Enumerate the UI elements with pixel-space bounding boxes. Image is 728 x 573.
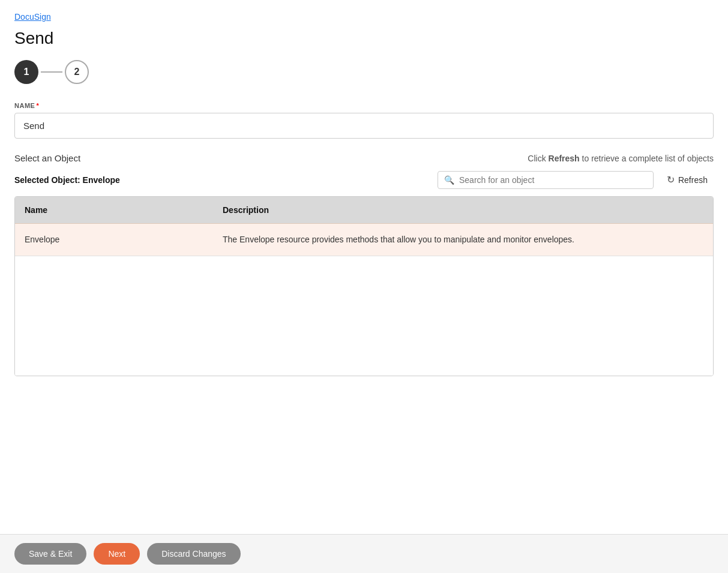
step-2-circle: 2 — [65, 60, 89, 84]
select-object-title: Select an Object — [14, 153, 80, 163]
name-input[interactable] — [14, 113, 714, 139]
row-name: Envelope — [15, 224, 213, 256]
steps-container: 1 2 — [14, 60, 714, 84]
breadcrumb[interactable]: DocuSign — [14, 12, 714, 22]
refresh-icon: ↻ — [667, 174, 675, 185]
footer-bar: Save & Exit Next Discard Changes — [0, 534, 728, 573]
refresh-hint: Click Refresh to retrieve a complete lis… — [528, 154, 714, 163]
breadcrumb-link[interactable]: DocuSign — [14, 12, 51, 22]
search-input[interactable] — [459, 175, 647, 185]
name-label: NAME* — [14, 102, 714, 109]
step-connector — [41, 71, 62, 73]
discard-changes-button[interactable]: Discard Changes — [147, 543, 240, 565]
page-title: Send — [14, 29, 714, 48]
table-row[interactable]: Envelope The Envelope resource provides … — [15, 223, 713, 256]
name-field-section: NAME* — [14, 102, 714, 139]
required-indicator: * — [36, 102, 39, 109]
refresh-label: Refresh — [678, 175, 708, 185]
select-object-header: Select an Object Click Refresh to retrie… — [14, 153, 714, 163]
col-header-description: Description — [213, 197, 713, 223]
table-empty-area — [15, 256, 713, 376]
search-icon: 🔍 — [444, 175, 454, 185]
search-box: 🔍 — [438, 171, 654, 189]
select-object-controls: Selected Object: Envelope 🔍 ↻ Refresh — [14, 170, 714, 189]
search-refresh-group: 🔍 ↻ Refresh — [438, 170, 714, 189]
select-object-section: Select an Object Click Refresh to retrie… — [14, 153, 714, 376]
next-button[interactable]: Next — [94, 543, 140, 565]
save-exit-button[interactable]: Save & Exit — [14, 543, 86, 565]
step-1-circle: 1 — [14, 60, 38, 84]
col-header-name: Name — [15, 197, 213, 223]
object-table: Name Description Envelope The Envelope r… — [14, 196, 714, 376]
row-description: The Envelope resource provides methods t… — [213, 224, 713, 256]
refresh-button[interactable]: ↻ Refresh — [661, 170, 714, 189]
table-header: Name Description — [15, 197, 713, 223]
selected-object-text: Selected Object: Envelope — [14, 175, 120, 185]
